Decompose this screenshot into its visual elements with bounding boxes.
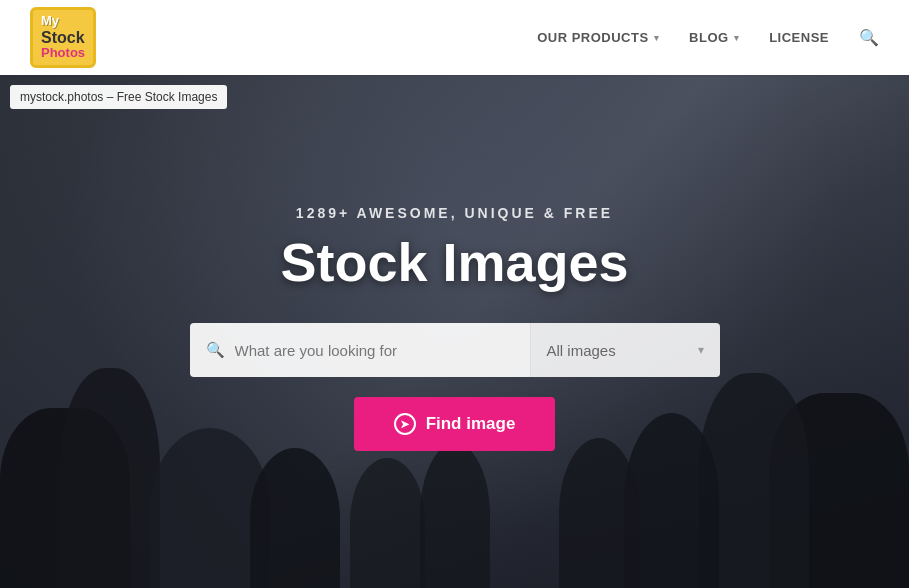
- main-nav: OUR PRODUCTS ▾ BLOG ▾ LICENSE 🔍: [537, 28, 879, 47]
- products-dropdown-icon: ▾: [654, 33, 660, 43]
- category-dropdown-icon: ▾: [698, 343, 704, 357]
- category-select[interactable]: All images ▾: [530, 323, 720, 377]
- nav-blog[interactable]: BLOG ▾: [689, 30, 739, 45]
- find-button-label: Find image: [426, 414, 516, 434]
- logo[interactable]: My Stock Photos: [30, 7, 96, 67]
- category-label: All images: [547, 342, 690, 359]
- nav-license[interactable]: LICENSE: [769, 30, 829, 45]
- header: My Stock Photos OUR PRODUCTS ▾ BLOG ▾ LI…: [0, 0, 909, 75]
- search-input[interactable]: [235, 342, 514, 359]
- find-image-button[interactable]: ➤ Find image: [354, 397, 556, 451]
- nav-blog-label: BLOG: [689, 30, 729, 45]
- crowd-person-9: [350, 458, 425, 588]
- find-button-icon: ➤: [394, 413, 416, 435]
- logo-stock: Stock: [41, 29, 85, 47]
- hero-title: Stock Images: [280, 231, 628, 293]
- crowd-person-10: [420, 443, 490, 588]
- search-icon[interactable]: 🔍: [859, 28, 879, 47]
- nav-products[interactable]: OUR PRODUCTS ▾: [537, 30, 659, 45]
- hero-subtitle: 1289+ AWESOME, UNIQUE & FREE: [296, 205, 613, 221]
- hero-content: 1289+ AWESOME, UNIQUE & FREE Stock Image…: [0, 75, 909, 451]
- blog-dropdown-icon: ▾: [734, 33, 740, 43]
- search-box: 🔍: [190, 323, 530, 377]
- logo-photos: Photos: [41, 46, 85, 60]
- crowd-person-8: [559, 438, 639, 588]
- logo-my: My: [41, 14, 85, 28]
- nav-products-label: OUR PRODUCTS: [537, 30, 648, 45]
- hero-section: mystock.photos – Free Stock Images 1289+…: [0, 75, 909, 588]
- search-input-icon: 🔍: [206, 341, 225, 359]
- crowd-person-4: [250, 448, 340, 588]
- search-row: 🔍 All images ▾: [190, 323, 720, 377]
- nav-license-label: LICENSE: [769, 30, 829, 45]
- logo-box: My Stock Photos: [30, 7, 96, 67]
